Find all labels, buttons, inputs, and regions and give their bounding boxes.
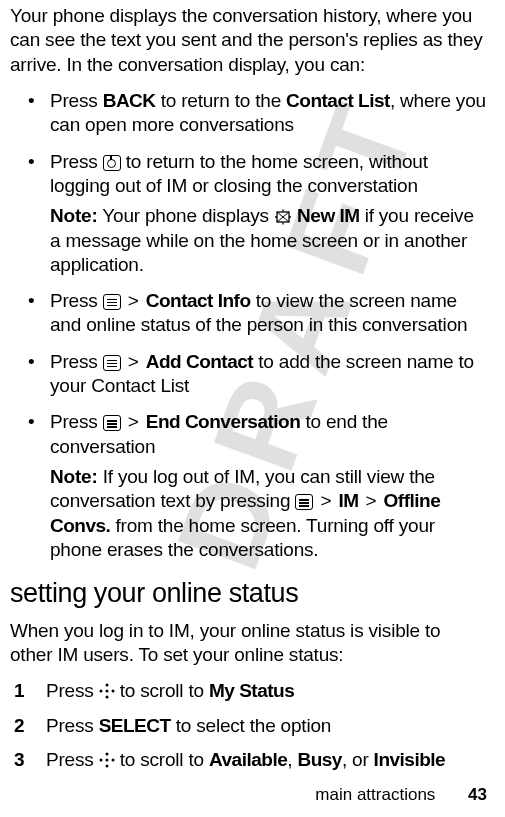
note-block: Note: If you log out of IM, you can stil… — [50, 465, 487, 562]
contact-list-label: Contact List — [286, 90, 390, 111]
note-label: Note: — [50, 466, 98, 487]
page-content: Your phone displays the conversation his… — [0, 0, 505, 772]
note-label: Note: — [50, 205, 98, 226]
new-im-label: New IM — [297, 205, 359, 226]
text: Your phone displays — [98, 205, 274, 226]
bullet-item-contact-info: Press > Contact Info to view the screen … — [50, 289, 487, 338]
nav-icon — [99, 683, 115, 699]
footer-section-label: main attractions — [315, 785, 435, 804]
gt-separator: > — [315, 490, 336, 511]
new-im-icon — [274, 209, 292, 225]
text: Press — [46, 715, 99, 736]
bullet-list: Press BACK to return to the Contact List… — [10, 89, 487, 562]
text: Press — [50, 151, 103, 172]
sub-intro-paragraph: When you log in to IM, your online statu… — [10, 619, 487, 668]
menu-icon — [103, 355, 121, 371]
text: to return to the — [156, 90, 287, 111]
text: to select the option — [171, 715, 332, 736]
menu-icon — [103, 415, 121, 431]
text: Press — [50, 290, 103, 311]
text: Press — [50, 351, 103, 372]
gt-separator: > — [123, 351, 144, 372]
bullet-item-home: Press to return to the home screen, with… — [50, 150, 487, 278]
text: Press — [50, 411, 103, 432]
step-1: Press to scroll to My Status — [46, 679, 487, 703]
bullet-item-end-conversation: Press > End Conversation to end the conv… — [50, 410, 487, 562]
intro-paragraph: Your phone displays the conversation his… — [10, 4, 487, 77]
text: to scroll to — [115, 749, 209, 770]
steps-list: Press to scroll to My Status Press SELEC… — [10, 679, 487, 772]
note-block: Note: Your phone displays New IM if you … — [50, 204, 487, 277]
page-number: 43 — [468, 785, 487, 804]
select-key-label: SELECT — [99, 715, 171, 736]
bullet-item-add-contact: Press > Add Contact to add the screen na… — [50, 350, 487, 399]
end-conversation-label: End Conversation — [146, 411, 301, 432]
my-status-label: My Status — [209, 680, 294, 701]
page-footer: main attractions 43 — [315, 785, 487, 805]
text: Press — [46, 680, 99, 701]
menu-icon — [103, 294, 121, 310]
text: , — [287, 749, 297, 770]
text: to scroll to — [115, 680, 209, 701]
busy-label: Busy — [297, 749, 341, 770]
text: Press — [46, 749, 99, 770]
gt-separator: > — [123, 290, 144, 311]
im-label: IM — [338, 490, 358, 511]
step-3: Press to scroll to Available, Busy, or I… — [46, 748, 487, 772]
menu-icon — [295, 494, 313, 510]
section-heading: setting your online status — [10, 576, 487, 611]
invisible-label: Invisible — [374, 749, 446, 770]
bullet-item-back: Press BACK to return to the Contact List… — [50, 89, 487, 138]
back-key-label: BACK — [103, 90, 156, 111]
nav-icon — [99, 752, 115, 768]
text: Press — [50, 90, 103, 111]
text: , or — [342, 749, 374, 770]
home-icon — [103, 155, 121, 171]
add-contact-label: Add Contact — [146, 351, 253, 372]
available-label: Available — [209, 749, 287, 770]
step-2: Press SELECT to select the option — [46, 714, 487, 738]
gt-separator: > — [123, 411, 144, 432]
gt-separator: > — [361, 490, 382, 511]
contact-info-label: Contact Info — [146, 290, 251, 311]
